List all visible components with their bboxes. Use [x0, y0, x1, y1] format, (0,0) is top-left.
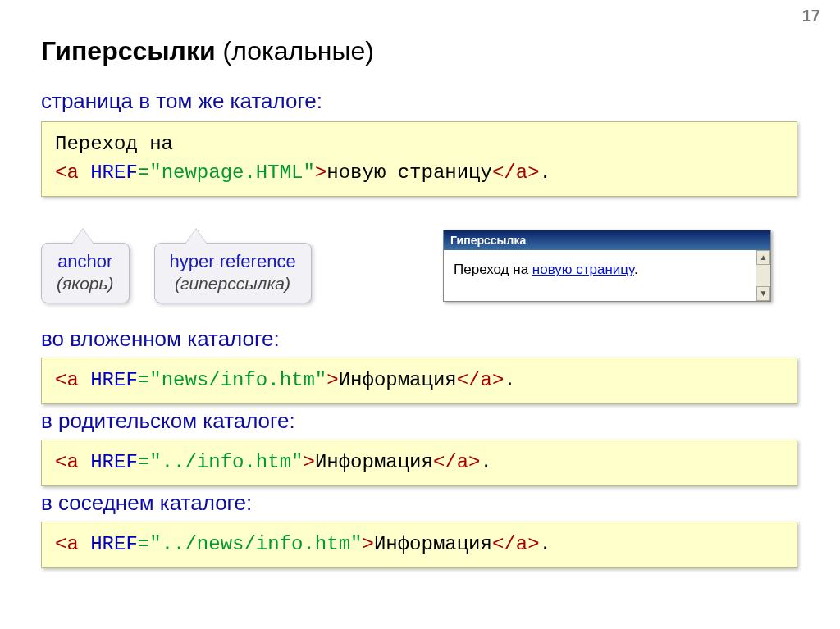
callout-anchor-en: anchor	[57, 250, 114, 273]
code3-attr: HREF	[79, 451, 138, 473]
code1-val: ="newpage.HTML"	[138, 162, 315, 184]
code4-after: .	[540, 533, 551, 555]
callout-anchor: anchor (якорь)	[41, 243, 130, 303]
section-2-heading: во вложенном каталоге:	[41, 326, 280, 352]
code-block-2: <a HREF="news/info.htm">Информация</a>.	[41, 358, 797, 404]
code4-gt: >	[362, 533, 373, 555]
code2-attr: HREF	[79, 369, 138, 391]
code4-text: Информация	[374, 533, 492, 555]
title-rest: (локальные)	[216, 36, 374, 66]
preview-text-after: .	[634, 262, 638, 277]
code1-line1: Переход на	[55, 133, 173, 155]
callout-href: hyper reference (гиперссылка)	[154, 243, 312, 303]
code-block-1: Переход на <a HREF="newpage.HTML">новую …	[41, 121, 797, 197]
preview-scrollbar[interactable]: ▲ ▼	[756, 250, 770, 301]
preview-body: Переход на новую страницу. ▲ ▼	[444, 250, 770, 301]
code4-open: <a	[55, 533, 79, 555]
code2-after: .	[504, 369, 515, 391]
scroll-up-icon[interactable]: ▲	[756, 250, 770, 265]
code3-text: Информация	[315, 451, 433, 473]
callout-row: anchor (якорь) hyper reference (гиперссы…	[41, 243, 312, 303]
code1-close: </a>	[492, 162, 540, 184]
code1-text: новую страницу	[326, 162, 492, 184]
slide: 17 Гиперссылки (локальные) страница в то…	[0, 0, 840, 629]
code1-gt: >	[315, 162, 326, 184]
title-bold: Гиперссылки	[41, 36, 216, 66]
callout-href-en: hyper reference	[170, 250, 296, 273]
code2-text: Информация	[339, 369, 457, 391]
code1-attr: HREF	[79, 162, 138, 184]
code4-attr: HREF	[79, 533, 138, 555]
code3-after: .	[481, 451, 492, 473]
slide-title: Гиперссылки (локальные)	[41, 36, 374, 66]
section-4-heading: в соседнем каталоге:	[41, 490, 252, 516]
code2-close: </a>	[457, 369, 504, 391]
code2-val: ="news/info.htm"	[138, 369, 326, 391]
preview-window: Гиперссылка Переход на новую страницу. ▲…	[443, 230, 771, 302]
code3-close: </a>	[433, 451, 481, 473]
code4-val: ="../news/info.htm"	[138, 533, 363, 555]
scroll-down-icon[interactable]: ▼	[756, 286, 770, 301]
code1-open-tag: <a	[55, 162, 79, 184]
code-block-3: <a HREF="../info.htm">Информация</a>.	[41, 440, 797, 486]
preview-link[interactable]: новую страницу	[532, 262, 634, 277]
preview-titlebar: Гиперссылка	[444, 230, 770, 250]
page-number: 17	[802, 7, 820, 25]
code2-open: <a	[55, 369, 79, 391]
code3-open: <a	[55, 451, 79, 473]
code4-close: </a>	[492, 533, 540, 555]
callout-href-ru: (гиперссылка)	[170, 273, 296, 294]
section-3-heading: в родительском каталоге:	[41, 408, 295, 434]
preview-text-before: Переход на	[454, 262, 532, 277]
callout-anchor-ru: (якорь)	[57, 273, 114, 294]
code2-gt: >	[326, 369, 338, 391]
code3-val: ="../info.htm"	[138, 451, 304, 473]
code3-gt: >	[303, 451, 314, 473]
code1-after: .	[540, 162, 551, 184]
section-1-heading: страница в том же каталоге:	[41, 89, 322, 114]
code-block-4: <a HREF="../news/info.htm">Информация</a…	[41, 522, 797, 568]
